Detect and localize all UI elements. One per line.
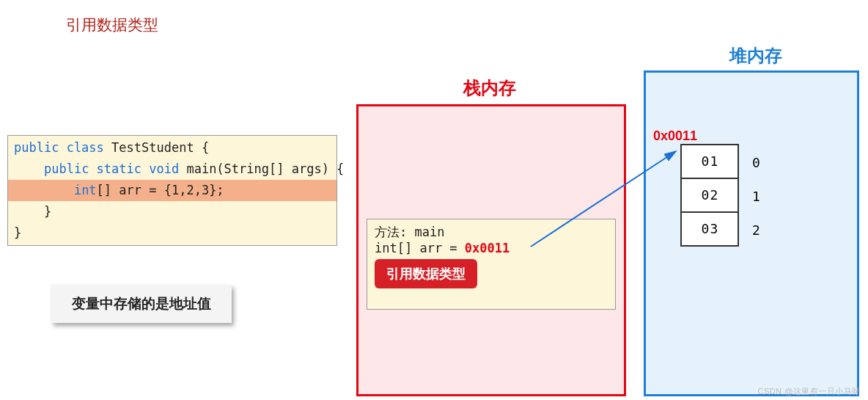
heap-index: 2: [739, 222, 761, 238]
code-indent: [14, 183, 74, 197]
frame-var-decl: int[] arr =: [375, 241, 465, 255]
heap-cell: 0 1: [680, 144, 739, 179]
code-kw: public class: [14, 140, 104, 155]
heap-title: 堆内存: [729, 44, 782, 68]
stack-frame: 方法: main int[] arr = 0x0011 引用数据类型: [367, 219, 616, 310]
code-text: }: [8, 201, 336, 222]
ref-type-badge: 引用数据类型: [375, 259, 477, 288]
heap-cell: 0 3: [680, 211, 739, 247]
code-kw: public static void: [44, 161, 179, 176]
code-text: [] arr = {1,2,3};: [97, 183, 224, 197]
heap-index: 0: [739, 155, 761, 170]
page-subtitle: 引用数据类型: [66, 15, 158, 35]
heap-cell: 0 2: [680, 178, 739, 213]
code-indent: [14, 161, 44, 176]
code-kw: int: [74, 183, 97, 197]
heap-address-label: 0x0011: [653, 128, 697, 144]
frame-method: 方法: main: [375, 224, 608, 240]
watermark: CSDN @这里有一只小马呀: [758, 386, 861, 397]
code-text: }: [8, 222, 336, 244]
code-panel: public class TestStudent { public static…: [7, 135, 337, 246]
code-text: main(String[] args) {: [179, 161, 344, 176]
frame-address: 0x0011: [465, 241, 510, 255]
stack-title: 栈内存: [463, 76, 516, 100]
heap-cells: 0 1 0 0 2 1 0 3 2: [680, 145, 761, 247]
heap-index: 1: [739, 189, 761, 204]
note-caption: 变量中存储的是地址值: [51, 285, 232, 323]
code-text: TestStudent {: [104, 140, 209, 155]
